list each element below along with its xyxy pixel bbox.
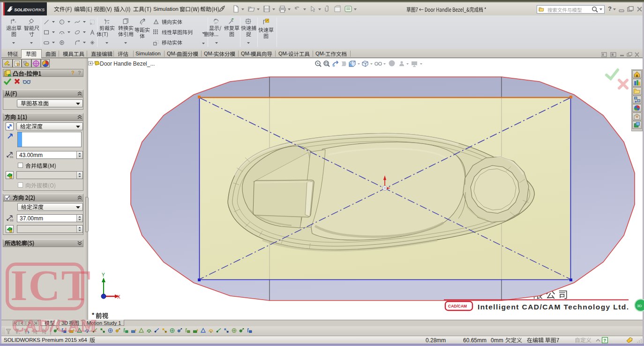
svg-text:X: X bbox=[117, 294, 120, 300]
svg-text:D2: D2 bbox=[10, 219, 14, 222]
svg-text:SOLIDWORKS: SOLIDWORKS bbox=[14, 7, 45, 12]
svg-text:3D: 3D bbox=[637, 304, 642, 308]
svg-text:CAD/CAM: CAD/CAM bbox=[448, 304, 467, 308]
svg-text:D1: D1 bbox=[10, 156, 14, 158]
svg-text:Intelligent CAD/CAM Technology: Intelligent CAD/CAM Technology Ltd. bbox=[478, 303, 629, 311]
svg-text:?: ? bbox=[604, 338, 607, 343]
svg-text:Y: Y bbox=[102, 272, 105, 278]
